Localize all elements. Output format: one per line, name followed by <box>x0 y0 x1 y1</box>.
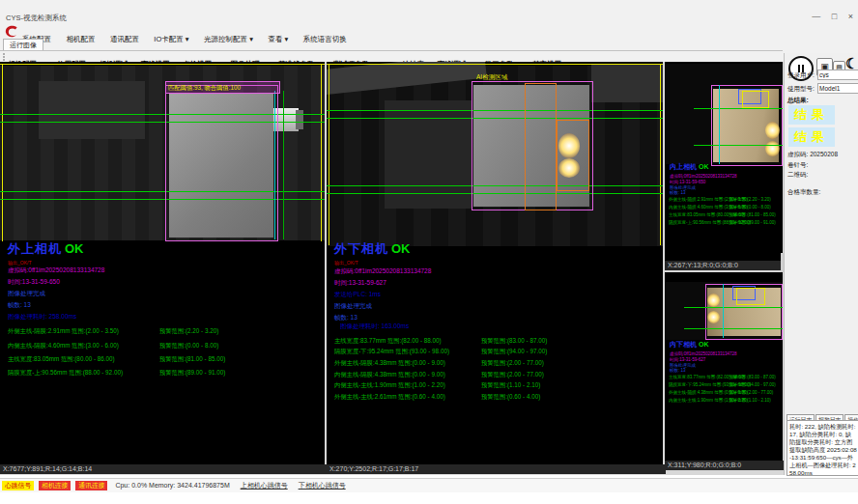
total-result-label: 总结果: <box>787 97 809 105</box>
time-text: 时间:13-31-59-650 <box>8 278 60 285</box>
measure-row: 主线宽度:83.05mm 范围:(80.00 - 86.00)预警范围:(81.… <box>669 212 745 217</box>
menu-bar: 系统配置 相机配置 通讯配置 IO卡配置 ▾ 光源控制配置 ▾ 查看 ▾ 系统语… <box>22 28 358 45</box>
edge-marker-line <box>321 64 322 241</box>
ai-roi-rect <box>525 83 557 210</box>
measurement-rows: 外侧主线-隔膜:2.91mm 范围:(2.00 - 3.50)预警范围:(2.2… <box>8 327 317 385</box>
menu-item-comm-config[interactable]: 通讯配置 <box>110 35 139 44</box>
result-ok: OK <box>65 241 84 256</box>
frame-count-text: 帧数: 13 <box>670 190 686 195</box>
measure-row: 内侧主线-主线:1.90mm 范围:(1.00 - 2.20)预警范围:(1.1… <box>334 381 445 390</box>
minimize-icon[interactable]: — <box>812 12 820 21</box>
login-user-label: 登录用户: <box>787 71 815 80</box>
process-done-text: 图像处理完成 <box>334 302 372 309</box>
measurement-rows: 主线宽度:83.77mm 范围:(82.00 - 88.00)预警范围:(83.… <box>669 375 781 406</box>
plc-text: 发送给PLC: 1ms <box>334 291 381 297</box>
edge-detect-line <box>723 284 724 338</box>
small-bottom-pixel-coords: X:311;Y:980;R:0;G:0;B:0 <box>665 461 786 470</box>
measure-row: 内侧主线-隔膜:4.38mm 范围:(0.00 - 9.00)预警范围:(2.0… <box>334 371 445 379</box>
measure-row: 内侧主线-隔膜:4.60mm 范围:(3.00 - 6.00)预警范围:(0.0… <box>8 342 119 350</box>
measure-row: 外侧主线-隔膜:2.91mm 范围:(2.00 - 3.50)预警范围:(2.2… <box>8 327 119 336</box>
camera-name: 外上相机 <box>8 241 62 256</box>
measurement-rows: 外侧主线-隔膜:2.91mm 范围:(2.00 - 3.50)预警范围:(2.2… <box>669 197 781 228</box>
measure-row: 外侧主线-隔膜:4.38mm 范围:(0.00 - 9.00)预警范围:(2.0… <box>669 390 748 395</box>
camera-name: 内上相机 <box>670 163 697 170</box>
time-text: 时间:13-31-59-627 <box>670 357 705 362</box>
measure-row: 外侧主线-主线:2.61mm 范围:(0.60 - 4.00)预警范围:(0.6… <box>334 393 445 402</box>
window-title: CYS-视觉检测系统 <box>6 14 67 23</box>
log-textbox[interactable]: 耗时: 222, 缺陷检测耗时: 17, 缺陷分类耗时: 0, 缺陷提取分类耗时… <box>786 420 858 476</box>
camera-result-title: 内上相机OK <box>670 164 709 170</box>
result-ok: OK <box>699 163 709 170</box>
status-bar: 心跳信号 相机连接 通讯连接 Cpu: 0.0% Memory: 3424.41… <box>0 478 858 492</box>
barcode-text: 虚拟码:0ff1im20250208133134728 <box>670 351 736 356</box>
elapsed-text: 图像处理耗时: 258.00ms <box>8 313 76 320</box>
camera-result-title: 内下相机OK <box>670 342 709 348</box>
cpu-memory-text: Cpu: 0.0% Memory: 3424.41796875M <box>115 482 229 489</box>
machine-shape <box>591 64 663 102</box>
menu-item-camera-config[interactable]: 相机配置 <box>66 35 95 44</box>
log-text: 耗时: 222, 缺陷检测耗时: 17, 缺陷分类耗时: 0, 缺陷提取分类耗时… <box>789 423 857 476</box>
model-label: 使用型号: <box>787 85 815 94</box>
edge-marker-line <box>2 64 3 241</box>
upper-camera-heartbeat-link[interactable]: 上相机心跳信号 <box>241 482 288 489</box>
measure-row: 隔膜宽度-上:90.56mm 范围:(88.00 - 92.00)预警范围:(8… <box>8 369 123 378</box>
measure-row: 主线宽度:83.77mm 范围:(82.00 - 88.00)预警范围:(83.… <box>334 337 442 346</box>
result-ok: OK <box>699 341 709 348</box>
measure-line <box>684 307 783 308</box>
result-ok: OK <box>391 241 411 256</box>
small-top-camera-view[interactable]: 内上相机OK 虚拟码:0ff1im20250208133134728 时间:13… <box>665 62 783 261</box>
login-user-field[interactable] <box>817 70 858 80</box>
top-marker-line <box>327 64 663 65</box>
frame-count-text: 帧数: 13 <box>8 301 31 308</box>
middle-camera-view[interactable]: AI检测区域 外下相机OK 输出_OK/T 虚拟码:0ff1im20250208… <box>327 62 663 464</box>
measure-line <box>694 108 783 109</box>
elapsed-text: 图像处理耗时: 163.00ms <box>340 322 409 329</box>
measure-row: 内侧主线-主线:1.90mm 范围:(1.00 - 2.20)预警范围:(1.1… <box>669 398 748 403</box>
window-chrome: CYS-视觉检测系统 — □ × 系统配置 相机配置 通讯配置 IO卡配置 ▾ … <box>0 0 858 62</box>
app-window: CYS-视觉检测系统 — □ × 系统配置 相机配置 通讯配置 IO卡配置 ▾ … <box>0 0 858 504</box>
roi-rect <box>165 85 278 241</box>
window-controls: — □ × <box>803 12 853 21</box>
top-marker-line <box>0 64 325 65</box>
small-bottom-camera-view[interactable]: 内下相机OK 虚拟码:0ff1im20250208133134728 时间:13… <box>665 272 783 461</box>
menu-item-io-config[interactable]: IO卡配置 ▾ <box>154 35 188 44</box>
time-text: 时间:13-31-59-650 <box>670 180 705 184</box>
process-done-text: 图像处理完成 <box>8 290 45 296</box>
result-badge-upper: 结果 <box>788 105 835 125</box>
measure-row: 主线宽度:83.77mm 范围:(82.00 - 88.00)预警范围:(83.… <box>669 375 745 379</box>
barcode-text: 虚拟码:0ff1im20250208133134728 <box>334 267 431 274</box>
frame-count-text: 帧数: 13 <box>334 314 358 321</box>
lower-camera-heartbeat-link[interactable]: 下相机心跳信号 <box>299 482 346 489</box>
barcode-text: 虚拟码:0ff1im20250208133134728 <box>670 174 736 179</box>
camera-name: 内下相机 <box>670 341 697 348</box>
result-badge-lower: 结果 <box>788 127 835 147</box>
left-view-pixel-coords: X:7677;Y:891;R:14;G:14;B:14 <box>0 464 328 474</box>
small-top-pixel-coords: X:267;Y:13;R:0;G:0;B:0 <box>665 261 786 270</box>
measure-row: 外侧主线-隔膜:4.38mm 范围:(0.00 - 9.00)预警范围:(2.0… <box>334 359 445 368</box>
measure-line <box>684 328 783 329</box>
connector-tip <box>296 110 303 129</box>
close-icon[interactable]: × <box>848 12 853 21</box>
roi-label: 匹配阈值:93, 吻合阈值:100 <box>165 81 280 94</box>
maximize-icon[interactable]: □ <box>832 12 837 21</box>
left-camera-view[interactable]: 匹配阈值:93, 吻合阈值:100 外上相机OK 输出_OK/T 虚拟码:0ff… <box>0 62 325 464</box>
barcode-value: 20250208 <box>810 151 838 157</box>
camera-name: 外下相机 <box>334 241 388 256</box>
frame-count-text: 帧数: 13 <box>670 368 686 373</box>
menu-item-view[interactable]: 查看 ▾ <box>268 35 288 44</box>
menu-item-language[interactable]: 系统语言切换 <box>303 35 347 44</box>
barcode-text: 虚拟码:0ff1im20250208133134728 <box>8 266 104 273</box>
measure-row: 隔膜宽度-下:95.24mm 范围:(93.00 - 98.00)预警范围:(9… <box>669 382 751 387</box>
toolbar-grip <box>3 53 7 61</box>
ai-region-label: AI检测区域 <box>476 73 507 82</box>
heartbeat-indicator: 心跳信号 <box>2 481 34 490</box>
output-tag: 输出_OK/T <box>8 260 31 266</box>
tab-divider <box>0 50 783 51</box>
camera-result-title: 外上相机OK <box>8 245 84 254</box>
menu-item-light-config[interactable]: 光源控制配置 ▾ <box>204 35 253 44</box>
time-text: 时间:13-31-59-627 <box>334 279 386 286</box>
output-tag: 输出_OK/T <box>334 260 358 266</box>
model-field[interactable] <box>817 83 858 94</box>
comm-connection-indicator: 通讯连接 <box>75 481 107 490</box>
measure-line <box>694 145 783 146</box>
